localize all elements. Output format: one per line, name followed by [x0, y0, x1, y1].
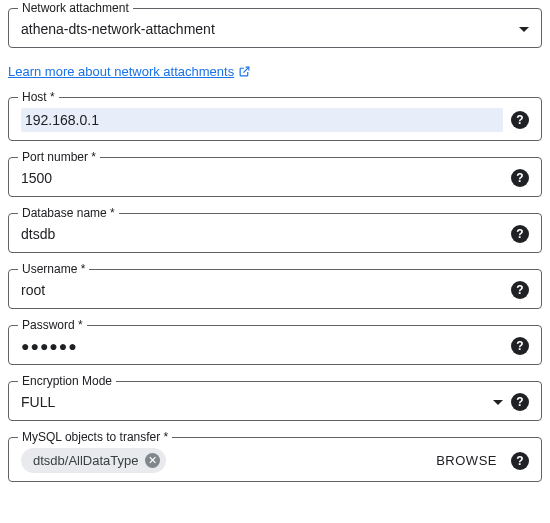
learn-more-link[interactable]: Learn more about network attachments: [8, 64, 251, 79]
host-label: Host *: [18, 90, 59, 104]
port-label: Port number *: [18, 150, 100, 164]
encryption-value: FULL: [21, 392, 485, 412]
help-icon[interactable]: ?: [511, 281, 529, 299]
network-attachment-value: athena-dts-network-attachment: [21, 19, 511, 39]
help-icon[interactable]: ?: [511, 111, 529, 129]
chevron-down-icon[interactable]: [519, 27, 529, 32]
port-input[interactable]: 1500: [21, 168, 503, 188]
chip-container: dtsdb/AllDataType ✕: [21, 448, 430, 473]
help-icon[interactable]: ?: [511, 452, 529, 470]
host-input[interactable]: 192.168.0.1: [21, 108, 503, 132]
network-attachment-label: Network attachment: [18, 1, 133, 15]
browse-button[interactable]: BROWSE: [430, 449, 503, 472]
database-input[interactable]: dtsdb: [21, 224, 503, 244]
database-label: Database name *: [18, 206, 119, 220]
database-field[interactable]: Database name * dtsdb ?: [8, 213, 542, 253]
password-label: Password *: [18, 318, 87, 332]
help-icon[interactable]: ?: [511, 169, 529, 187]
external-link-icon: [238, 65, 251, 78]
help-icon[interactable]: ?: [511, 225, 529, 243]
close-icon[interactable]: ✕: [145, 453, 160, 468]
chevron-down-icon[interactable]: [493, 400, 503, 405]
port-field[interactable]: Port number * 1500 ?: [8, 157, 542, 197]
mysql-objects-field[interactable]: MySQL objects to transfer * dtsdb/AllDat…: [8, 437, 542, 482]
username-label: Username *: [18, 262, 89, 276]
username-input[interactable]: root: [21, 280, 503, 300]
learn-more-text: Learn more about network attachments: [8, 64, 234, 79]
object-chip[interactable]: dtsdb/AllDataType ✕: [21, 448, 166, 473]
encryption-label: Encryption Mode: [18, 374, 116, 388]
network-attachment-field[interactable]: Network attachment athena-dts-network-at…: [8, 8, 542, 48]
chip-text: dtsdb/AllDataType: [33, 453, 139, 468]
password-input[interactable]: ●●●●●●: [21, 336, 503, 356]
learn-more-row: Learn more about network attachments: [8, 64, 542, 79]
encryption-field[interactable]: Encryption Mode FULL ?: [8, 381, 542, 421]
mysql-objects-label: MySQL objects to transfer *: [18, 430, 172, 444]
password-field[interactable]: Password * ●●●●●● ?: [8, 325, 542, 365]
help-icon[interactable]: ?: [511, 337, 529, 355]
username-field[interactable]: Username * root ?: [8, 269, 542, 309]
host-field[interactable]: Host * 192.168.0.1 ?: [8, 97, 542, 141]
help-icon[interactable]: ?: [511, 393, 529, 411]
